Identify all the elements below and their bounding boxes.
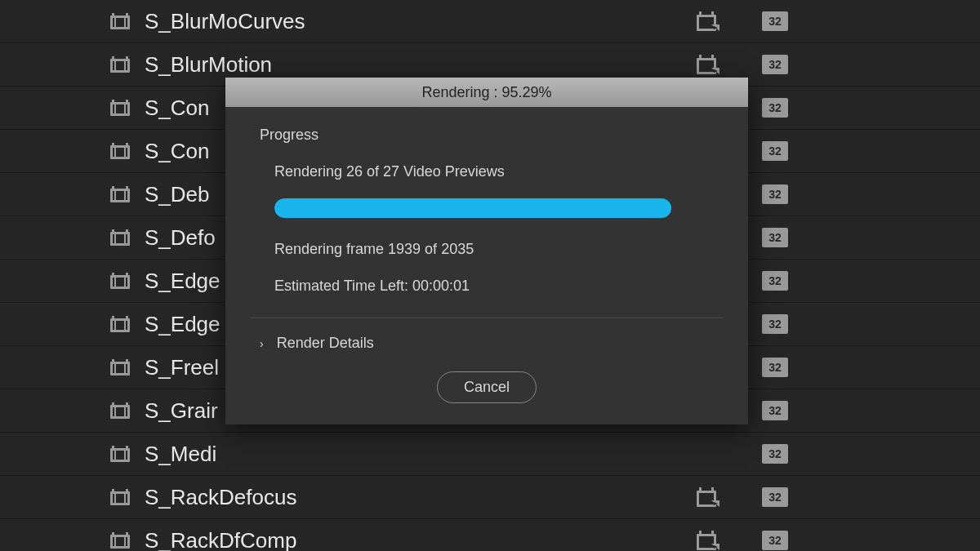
svg-rect-69 — [126, 402, 128, 406]
svg-rect-93 — [126, 532, 128, 535]
effect-icon — [110, 229, 130, 246]
svg-rect-62 — [112, 359, 114, 362]
svg-rect-94 — [114, 537, 116, 546]
svg-rect-81 — [126, 489, 128, 492]
row-icons: 32 — [697, 531, 788, 550]
effect-name: S_RackDefocus — [145, 485, 296, 510]
row-icons: 32 — [762, 401, 788, 420]
badge-32: 32 — [762, 358, 788, 377]
badge-32: 32 — [762, 98, 788, 118]
svg-rect-76 — [114, 451, 116, 460]
svg-rect-47 — [124, 234, 126, 243]
effect-name: S_Edge — [145, 312, 220, 337]
effect-row[interactable]: S_Medi 32 — [0, 433, 980, 476]
svg-rect-26 — [112, 100, 114, 103]
preset-icon[interactable] — [697, 55, 719, 74]
preset-icon[interactable] — [697, 11, 719, 31]
svg-rect-85 — [699, 493, 714, 504]
cancel-button[interactable]: Cancel — [437, 371, 537, 403]
effect-name: S_Defo — [145, 225, 216, 251]
preset-icon[interactable] — [697, 531, 719, 550]
svg-rect-50 — [112, 273, 114, 276]
effect-name: S_BlurMotion — [145, 52, 272, 78]
svg-rect-28 — [114, 104, 116, 113]
svg-rect-46 — [114, 234, 116, 243]
row-icons: 32 — [762, 314, 788, 334]
svg-rect-92 — [112, 532, 114, 535]
svg-rect-77 — [124, 451, 126, 460]
badge-32: 32 — [762, 531, 788, 550]
dialog-title: Rendering : 95.29% — [421, 84, 551, 101]
frame-progress-text: Rendering frame 1939 of 2035 — [274, 241, 714, 258]
svg-rect-97 — [699, 536, 714, 548]
row-icons: 32 — [762, 271, 788, 291]
svg-rect-51 — [126, 273, 128, 276]
effect-icon — [110, 273, 130, 289]
svg-rect-4 — [114, 18, 116, 27]
svg-rect-44 — [112, 229, 114, 233]
chevron-right-icon: › — [260, 337, 264, 350]
svg-rect-9 — [711, 11, 714, 16]
svg-rect-8 — [699, 11, 702, 16]
effect-row[interactable]: S_RackDefocus 32 — [0, 476, 980, 519]
preset-icon[interactable] — [697, 487, 719, 507]
svg-rect-39 — [126, 186, 128, 189]
row-icons: 32 — [762, 228, 788, 247]
svg-rect-2 — [112, 13, 114, 16]
svg-rect-71 — [124, 407, 126, 416]
svg-rect-98 — [699, 531, 702, 535]
svg-rect-59 — [124, 321, 126, 330]
badge-32: 32 — [762, 55, 788, 74]
effect-icon — [110, 186, 130, 202]
badge-32: 32 — [762, 228, 788, 247]
separator — [250, 318, 724, 318]
svg-rect-19 — [699, 60, 714, 72]
svg-rect-33 — [126, 143, 128, 146]
svg-rect-82 — [114, 494, 116, 503]
effect-icon — [110, 532, 130, 549]
effect-icon — [110, 489, 130, 505]
svg-rect-3 — [126, 13, 128, 16]
effect-name: S_Freel — [145, 355, 219, 380]
svg-rect-29 — [124, 104, 126, 113]
svg-rect-83 — [124, 494, 126, 503]
effect-name: S_Edge — [145, 269, 220, 294]
svg-rect-41 — [124, 191, 126, 200]
svg-rect-99 — [711, 531, 714, 535]
svg-rect-53 — [124, 278, 126, 287]
svg-rect-21 — [711, 55, 714, 59]
svg-rect-20 — [699, 55, 702, 59]
effect-icon — [110, 446, 130, 462]
row-icons: 32 — [697, 11, 788, 31]
svg-rect-80 — [112, 489, 114, 492]
effect-icon — [110, 143, 130, 159]
progress-bar-fill — [274, 198, 671, 218]
svg-rect-16 — [114, 61, 116, 70]
svg-rect-27 — [126, 100, 128, 103]
render-details-label: Render Details — [277, 335, 374, 352]
dialog-body: Progress Rendering 26 of 27 Video Previe… — [225, 107, 748, 424]
badge-32: 32 — [762, 271, 788, 291]
svg-rect-87 — [711, 487, 714, 491]
rendering-dialog: Rendering : 95.29% Progress Rendering 26… — [225, 78, 748, 424]
preview-progress-text: Rendering 26 of 27 Video Previews — [274, 163, 714, 180]
svg-rect-65 — [124, 364, 126, 373]
effect-name: S_Grair — [145, 398, 218, 424]
svg-rect-75 — [126, 446, 128, 449]
svg-rect-74 — [112, 446, 114, 449]
effect-icon — [110, 56, 130, 73]
svg-rect-56 — [112, 316, 114, 319]
svg-rect-45 — [126, 229, 128, 233]
row-icons: 32 — [762, 98, 788, 118]
effect-row[interactable]: S_RackDfComp 32 — [0, 519, 980, 551]
effect-name: S_Con — [145, 139, 210, 164]
effect-icon — [110, 316, 130, 332]
svg-rect-5 — [124, 18, 126, 27]
effect-row[interactable]: S_BlurMoCurves 32 — [0, 0, 980, 43]
effect-name: S_Medi — [145, 442, 216, 467]
svg-rect-63 — [126, 359, 128, 362]
effect-icon — [110, 402, 130, 419]
svg-rect-38 — [112, 186, 114, 189]
render-details-toggle[interactable]: › Render Details — [260, 335, 714, 352]
badge-32: 32 — [762, 401, 788, 420]
